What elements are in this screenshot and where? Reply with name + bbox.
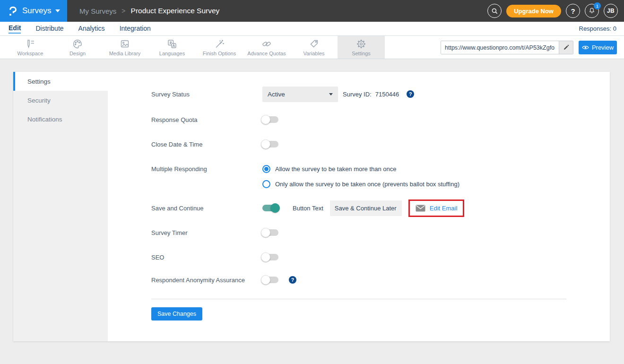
responses-count: Responses: 0 xyxy=(579,25,617,32)
response-quota-toggle[interactable] xyxy=(262,116,278,123)
toolbar-label: Settings xyxy=(352,51,371,56)
button-text-label: Button Text xyxy=(293,205,323,212)
chevron-down-icon xyxy=(55,9,60,12)
multiple-responding-label: Multiple Responding xyxy=(151,165,262,173)
toolbar-label: Media Library xyxy=(109,51,141,56)
survey-timer-toggle[interactable] xyxy=(262,229,278,236)
radio-allow-once-label: Only allow the survey to be taken once (… xyxy=(275,181,459,188)
breadcrumb-current-survey: Product Experience Survey xyxy=(131,7,220,15)
anonymity-label: Respondent Anonymity Assurance xyxy=(151,277,262,284)
radio-allow-once[interactable] xyxy=(262,180,270,188)
sidebar-item-notifications[interactable]: Notifications xyxy=(13,110,108,129)
question-mark-icon: ? xyxy=(571,7,575,15)
avatar-initials: JB xyxy=(607,8,615,14)
tab-edit[interactable]: Edit xyxy=(9,24,21,34)
toolbar-label: Languages xyxy=(159,51,185,56)
sidebar-item-security[interactable]: Security xyxy=(13,91,108,110)
toolbar-item-languages[interactable]: Languages xyxy=(148,36,196,59)
user-avatar[interactable]: JB xyxy=(604,4,618,18)
workspace-icon xyxy=(25,38,36,50)
seo-label: SEO xyxy=(151,254,262,261)
design-palette-icon xyxy=(72,38,83,50)
seo-row: SEO xyxy=(151,248,278,267)
chevron-down-icon xyxy=(329,93,333,95)
advance-quotas-links-icon xyxy=(261,38,272,50)
radio-allow-multiple-label: Allow the survey to be taken more than o… xyxy=(275,165,397,173)
seo-toggle[interactable] xyxy=(262,254,278,260)
tab-integration[interactable]: Integration xyxy=(120,25,151,33)
toolbar-items: Workspace Design Media Library xyxy=(7,36,385,59)
variables-tag-icon xyxy=(308,38,320,50)
app-label: Surveys xyxy=(22,6,51,16)
edit-toolbar: Workspace Design Media Library xyxy=(0,36,624,59)
tab-distribute[interactable]: Distribute xyxy=(35,25,63,33)
toolbar-item-workspace[interactable]: Workspace xyxy=(7,36,54,59)
save-continue-label: Save and Continue xyxy=(151,205,262,212)
product-switcher[interactable]: Surveys xyxy=(0,0,67,22)
questionpro-logo-icon xyxy=(6,5,18,17)
edit-email-highlight-box: Edit Email xyxy=(408,199,465,217)
anonymity-toggle[interactable] xyxy=(262,277,278,283)
close-date-row: Close Date & Time xyxy=(151,135,278,154)
top-header: Surveys My Surveys > Product Experience … xyxy=(0,0,624,22)
toolbar-item-variables[interactable]: Variables xyxy=(290,36,338,59)
finish-options-wand-icon xyxy=(214,38,225,50)
survey-timer-label: Survey Timer xyxy=(151,229,262,236)
search-icon xyxy=(491,8,498,15)
help-button[interactable]: ? xyxy=(566,4,580,18)
survey-status-value: Active xyxy=(268,91,285,98)
survey-status-dropdown[interactable]: Active xyxy=(262,87,338,102)
response-quota-label: Response Quota xyxy=(151,116,262,123)
media-library-icon xyxy=(119,38,130,50)
settings-card: Settings Security Notifications Survey S… xyxy=(13,72,610,341)
form-divider xyxy=(151,299,566,299)
survey-id-value: 7150446 xyxy=(375,91,399,98)
eye-icon xyxy=(582,45,589,50)
breadcrumb-separator: > xyxy=(121,7,125,15)
save-continue-row: Save and Continue Button Text Edit Email xyxy=(151,199,464,217)
edit-email-link[interactable]: Edit Email xyxy=(430,205,458,212)
survey-id-help-icon[interactable]: ? xyxy=(407,90,414,98)
notification-count-badge: 1 xyxy=(594,2,601,9)
toolbar-label: Finish Options xyxy=(203,51,236,56)
main-area: Settings Security Notifications Survey S… xyxy=(0,59,624,364)
survey-status-row: Survey Status Active Survey ID: 7150446 … xyxy=(151,85,414,104)
settings-sidebar: Settings Security Notifications xyxy=(13,72,108,341)
notifications-button[interactable]: 1 xyxy=(585,4,599,18)
toolbar-item-finish-options[interactable]: Finish Options xyxy=(196,36,243,59)
tab-analytics[interactable]: Analytics xyxy=(78,25,105,33)
radio-allow-multiple[interactable] xyxy=(262,165,270,173)
anonymity-help-icon[interactable]: ? xyxy=(289,276,296,284)
toolbar-item-design[interactable]: Design xyxy=(54,36,101,59)
header-actions: Upgrade Now ? 1 JB xyxy=(487,0,618,22)
survey-nav-tabs: Edit Distribute Analytics Integration Re… xyxy=(0,22,624,36)
save-changes-button[interactable]: Save Changes xyxy=(151,307,202,321)
toolbar-item-advance-quotas[interactable]: Advance Quotas xyxy=(243,36,290,59)
breadcrumb: My Surveys > Product Experience Survey xyxy=(79,0,219,22)
breadcrumb-my-surveys[interactable]: My Surveys xyxy=(79,7,116,15)
sidebar-item-settings[interactable]: Settings xyxy=(13,72,108,91)
envelope-icon xyxy=(416,205,425,212)
response-quota-row: Response Quota xyxy=(151,110,278,129)
close-date-label: Close Date & Time xyxy=(151,141,262,148)
multiple-responding-row-2: Only allow the survey to be taken once (… xyxy=(151,174,459,193)
toolbar-label: Advance Quotas xyxy=(247,51,286,56)
survey-status-label: Survey Status xyxy=(151,91,262,98)
toolbar-item-media-library[interactable]: Media Library xyxy=(101,36,148,59)
survey-id-label: Survey ID: xyxy=(343,91,372,98)
upgrade-now-button[interactable]: Upgrade Now xyxy=(506,5,561,17)
preview-label: Preview xyxy=(592,44,614,51)
pencil-icon xyxy=(563,44,569,51)
close-date-toggle[interactable] xyxy=(262,141,278,147)
toolbar-item-settings[interactable]: Settings xyxy=(338,36,385,59)
search-button[interactable] xyxy=(487,4,502,18)
preview-button[interactable]: Preview xyxy=(579,41,617,54)
save-continue-toggle[interactable] xyxy=(262,205,278,211)
anonymity-row: Respondent Anonymity Assurance ? xyxy=(151,270,296,289)
survey-url-input[interactable] xyxy=(441,41,559,54)
languages-icon xyxy=(166,38,178,50)
edit-url-button[interactable] xyxy=(559,41,573,54)
button-text-input[interactable] xyxy=(330,200,402,216)
toolbar-label: Workspace xyxy=(17,51,43,56)
toolbar-label: Variables xyxy=(303,51,324,56)
